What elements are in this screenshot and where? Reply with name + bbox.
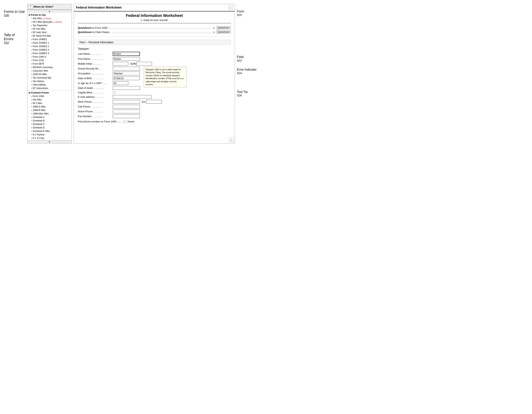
last-name-row: Last Name ........... bbox=[78, 52, 231, 56]
nav-item-1099g-wks[interactable]: • 1099-G Wks bbox=[27, 105, 72, 108]
form-title-section: Federal Information Worksheet ▷ Keep for… bbox=[78, 13, 231, 23]
nav-item-form-1040es-2[interactable]: • Form 1040ES 2 bbox=[27, 45, 72, 48]
email-label: E-mail address ........ bbox=[78, 95, 113, 98]
ssn-input[interactable] bbox=[113, 67, 140, 70]
field-label-title: Field bbox=[237, 55, 262, 59]
nav-item-form-1040es-1[interactable]: • Form 1040ES 1 bbox=[27, 41, 72, 45]
ext-label: Ext bbox=[142, 100, 145, 103]
nav-item-form-1040[interactable]: • Form 1040 bbox=[27, 94, 72, 98]
first-name-row: First Name ............ bbox=[78, 57, 231, 61]
first-name-input[interactable] bbox=[113, 57, 140, 61]
nav-group-forms-in-use-label: Forms in Use bbox=[31, 14, 46, 16]
nav-item-ef-auth-stmt[interactable]: • EF Auth Stmt bbox=[27, 31, 72, 34]
suffix-input[interactable] bbox=[136, 62, 152, 66]
form-body: Federal Information Worksheet ▷ Keep for… bbox=[74, 11, 235, 127]
work-phone-label: Work Phone .......... bbox=[78, 100, 113, 103]
quickzoom-1040-button[interactable]: QuickZoom bbox=[216, 26, 231, 29]
nav-item-info-wks-common[interactable]: • Info Wks bbox=[27, 98, 72, 102]
nav-group-common-forms[interactable]: ⊟ Common Forms bbox=[27, 91, 72, 94]
form-label-number: 520 bbox=[237, 13, 262, 17]
nav-item-schedule-b[interactable]: • Schedule B bbox=[27, 119, 72, 122]
nav-group-common-forms-label: Common Forms bbox=[31, 91, 49, 94]
quickzoom-1040-arrow: ▷ bbox=[213, 26, 215, 29]
dob-label: Date of Birth .......... bbox=[78, 77, 113, 80]
death-input[interactable] bbox=[113, 86, 140, 90]
nav-item-tax-history[interactable]: • Tax History bbox=[27, 80, 72, 83]
help-icon[interactable]: ? bbox=[28, 5, 32, 9]
quickzoom-row-client-status: QuickZoom to Client Status ▷ QuickZoom bbox=[78, 30, 231, 34]
cell-phone-label: Cell Phone .......... bbox=[78, 105, 113, 108]
nav-item-1040-es-wks[interactable]: • 1040 ES Wks bbox=[27, 73, 72, 76]
nav-item-schedule-a[interactable]: • Schedule A bbox=[27, 115, 72, 119]
cell-phone-input[interactable] bbox=[113, 105, 140, 108]
nav-item-schedule-d[interactable]: • Schedule D bbox=[27, 126, 72, 129]
right-labels: Form 520 Field 522 Error Indicator 524 T… bbox=[237, 4, 262, 144]
error-indicator-title: Error Indicator bbox=[237, 68, 262, 71]
nav-item-w2-wks-common[interactable]: • W-2 Wks bbox=[27, 102, 72, 105]
nav-item-form-1040es-3[interactable]: • Form 1040ES 3 bbox=[27, 48, 72, 52]
ext-input[interactable] bbox=[146, 100, 162, 104]
subtitle-text: Keep for your records bbox=[143, 19, 168, 21]
part-i-header: Part I - Personal Information bbox=[78, 40, 231, 45]
form-label-title: Form bbox=[237, 10, 262, 13]
print-phone-row: Print phone number on Form 1040 ....... … bbox=[78, 120, 231, 123]
nav-item-1099r-wks[interactable]: • 1099-R Wks bbox=[27, 108, 72, 112]
work-phone-input[interactable] bbox=[113, 100, 140, 104]
fax-label: Fax Number .......... bbox=[78, 115, 113, 118]
collapse-icon: ⊟ bbox=[28, 14, 30, 16]
nav-item-schedule-c[interactable]: • Schedule C bbox=[27, 122, 72, 126]
legally-blind-checkbox[interactable] bbox=[113, 91, 115, 94]
nav-panel: ? Where do I Enter? ▲ ⊟ Forms in Use • I… bbox=[27, 4, 72, 144]
where-do-i-enter-label: Where do I Enter? bbox=[34, 5, 54, 8]
nav-item-k1-s-corp[interactable]: • K-1 S Corp bbox=[27, 136, 72, 140]
print-phone-checkbox[interactable] bbox=[124, 120, 126, 123]
nav-scroll-up[interactable]: ▲ bbox=[27, 10, 72, 13]
age-label: or age as of 1-1-2007 .... bbox=[78, 82, 113, 85]
header-home-icon[interactable]: ⌂ bbox=[228, 5, 233, 10]
nav-item-ef-bank-prd-wks[interactable]: • EF Bank Prd Wks bbox=[27, 34, 72, 38]
bottom-home-icon[interactable]: ⌂ bbox=[229, 138, 234, 142]
nav-item-schedule-e-wks[interactable]: • Schedule E Wks bbox=[27, 129, 72, 133]
nav-item-1099misc-wks[interactable]: • 1099-Misc Wks bbox=[27, 112, 72, 115]
collapse-common-icon: ⊟ bbox=[28, 92, 30, 94]
nav-group-forms-in-use[interactable]: ⊟ Forms in Use bbox=[27, 13, 72, 17]
nav-toolbar: ? Where do I Enter? bbox=[27, 4, 72, 10]
age-input[interactable] bbox=[113, 81, 128, 85]
nav-item-info-wks[interactable]: • Info Wks ( 1 Error) bbox=[27, 17, 72, 20]
nav-item-w2w2g-summary[interactable]: • W2/W2G Summary bbox=[27, 66, 72, 69]
nav-item-ef-instructions[interactable]: • EF Instructions bbox=[27, 86, 72, 90]
work-phone-row: Work Phone .......... Ext bbox=[78, 100, 231, 104]
forms-in-use-title: Forms In Use bbox=[4, 10, 25, 14]
nav-item-w2-wks[interactable]: • W-2 Wks (fjsoa;jfa) ( 1 Error) bbox=[27, 20, 72, 24]
quickzoom-client-button[interactable]: QuickZoom bbox=[216, 30, 231, 34]
nav-item-carryover-wks[interactable]: • Carryover Wks bbox=[27, 69, 72, 73]
dob-input[interactable] bbox=[113, 76, 140, 80]
home-phone-input[interactable] bbox=[113, 110, 140, 113]
tally-errors-label-block: Tally of Errors 532 bbox=[4, 33, 25, 45]
nav-item-client-billing[interactable]: • Client Billing bbox=[27, 83, 72, 86]
nav-scroll-down[interactable]: ▼ bbox=[27, 140, 72, 143]
last-name-input[interactable] bbox=[113, 52, 140, 56]
nav-item-form-1040ez[interactable]: • Form 1040EZ bbox=[27, 38, 72, 41]
fax-input[interactable] bbox=[113, 114, 140, 118]
nav-item-form-1040v[interactable]: • Form 1040-V bbox=[27, 55, 72, 59]
ssn-row: Social Security No. .. Taxpayer SSN is n… bbox=[78, 67, 231, 70]
nav-item-tax-payments[interactable]: • Tax Payments bbox=[27, 24, 72, 27]
nav-item-form-2210[interactable]: • Form 2210 bbox=[27, 59, 72, 62]
main-header: Federal Information Worksheet ⌂ bbox=[74, 4, 235, 11]
nav-item-tax-summary-rpt[interactable]: • Tax Summary Rpt bbox=[27, 76, 72, 80]
form-subtitle: ▷ Keep for your records bbox=[78, 19, 231, 21]
nav-item-k1-partner[interactable]: • K-1 Partner bbox=[27, 133, 72, 136]
email-input[interactable] bbox=[113, 95, 152, 99]
left-labels: Forms In Use 530 Tally of Errors 532 bbox=[4, 4, 25, 144]
taxpayer-section: Taxpayer: Last Name ........... First Na… bbox=[78, 47, 231, 123]
nav-item-form-8879[interactable]: • Form 8879 bbox=[27, 62, 72, 66]
fax-row: Fax Number .......... bbox=[78, 114, 231, 118]
nav-item-form-1040es-4[interactable]: • Form 1040ES 4 bbox=[27, 52, 72, 55]
print-phone-home-label: Home bbox=[128, 120, 134, 123]
occupation-input[interactable] bbox=[113, 72, 140, 75]
tool-tip-number: 526 bbox=[237, 94, 262, 97]
nav-item-ef-info-wks[interactable]: • EF Info Wks bbox=[27, 27, 72, 31]
middle-initial-input[interactable] bbox=[113, 62, 128, 66]
forms-in-use-number: 530 bbox=[4, 14, 25, 18]
